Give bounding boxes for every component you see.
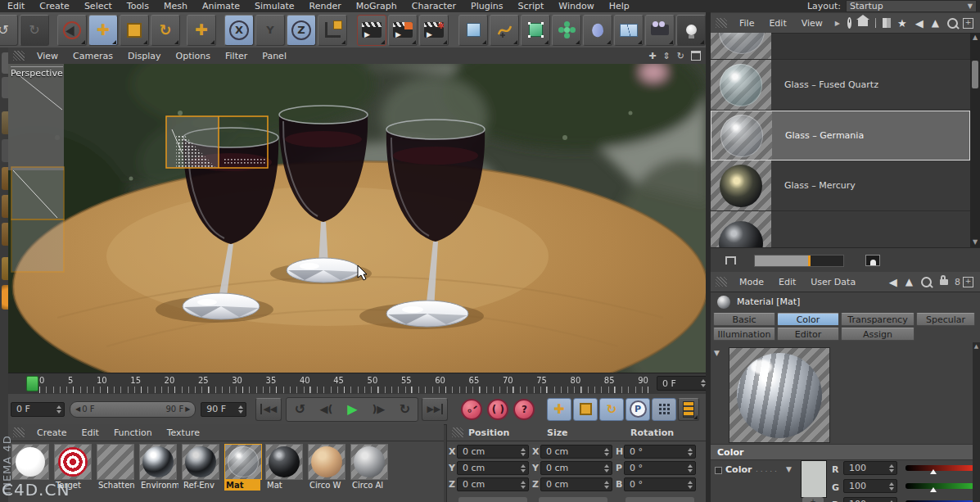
key-position-button[interactable]: ✚: [547, 398, 571, 421]
key-point-level-button[interactable]: [652, 398, 676, 421]
catalog-book-icon[interactable]: [883, 18, 891, 28]
browser-grip[interactable]: [716, 18, 727, 28]
key-rotation-button[interactable]: ↻: [599, 398, 624, 421]
browser-menu-edit[interactable]: Edit: [761, 18, 793, 29]
expand-plus-button[interactable]: +: [802, 497, 824, 502]
go-to-start-button[interactable]: ◀◀: [255, 398, 282, 421]
stepper-icon[interactable]: [238, 405, 243, 414]
viewport-menu-filter[interactable]: Filter: [218, 51, 255, 61]
scroll-down-icon[interactable]: ▼: [970, 237, 980, 247]
menu-window[interactable]: Window: [551, 1, 601, 11]
lock-y-axis-button[interactable]: Y: [255, 15, 285, 46]
color-dropdown-icon[interactable]: ▼: [786, 465, 792, 473]
position-z-field[interactable]: 0 cm: [457, 477, 529, 491]
scroll-up-icon[interactable]: ▲: [973, 342, 980, 350]
viewport-menu-cameras[interactable]: Cameras: [65, 51, 120, 61]
tab-color[interactable]: Color: [777, 313, 839, 326]
viewport-menu-panel[interactable]: Panel: [255, 51, 294, 61]
viewport-rotate-icon[interactable]: ↻: [677, 51, 684, 61]
pick-arrow-icon[interactable]: ▲: [905, 276, 913, 287]
menu-select[interactable]: Select: [77, 1, 120, 11]
attr-menu-mode[interactable]: Mode: [732, 277, 771, 287]
mm-menu-texture[interactable]: Texture: [160, 427, 207, 438]
next-frame-button[interactable]: )▶: [366, 399, 391, 420]
search-icon[interactable]: [921, 277, 932, 287]
frame-range-slider[interactable]: ◀ 0 F 90 F ▶: [70, 401, 196, 418]
browser-scrollbar[interactable]: ▲ ▼: [970, 33, 980, 247]
material-tile[interactable]: Circo Al: [350, 444, 390, 491]
stepper-icon[interactable]: [604, 448, 609, 456]
mm-menu-create[interactable]: Create: [29, 427, 75, 438]
go-to-end-button[interactable]: ▶▶: [422, 398, 448, 421]
paint-bucket-icon[interactable]: [875, 18, 876, 28]
menu-help[interactable]: Help: [602, 1, 637, 11]
home-icon[interactable]: [858, 20, 868, 26]
material-tile-selected[interactable]: Mat: [224, 444, 262, 491]
size-y-field[interactable]: 0 cm: [540, 461, 612, 475]
timeline-ruler[interactable]: 0 5 10 15 20 25 30 35 40 45 50 55 60 65 …: [8, 373, 706, 396]
scale-tool-button[interactable]: [120, 15, 149, 46]
viewport-menu-display[interactable]: Display: [120, 51, 169, 61]
add-icon[interactable]: +: [963, 18, 973, 29]
material-row-partial[interactable]: [711, 211, 970, 247]
attribute-grip[interactable]: [716, 277, 727, 287]
position-x-field[interactable]: 0 cm: [457, 445, 529, 459]
add-deformer-button[interactable]: [583, 15, 612, 46]
rotate-tool-button[interactable]: ↻: [151, 15, 180, 46]
coordinates-grip[interactable]: [452, 427, 463, 437]
menu-animate[interactable]: Animate: [195, 1, 247, 11]
record-keyframe-button[interactable]: ⚬–: [461, 399, 482, 420]
material-row-partial[interactable]: [711, 33, 970, 60]
material-tile[interactable]: Environment: [139, 444, 178, 491]
timeline-frame-field[interactable]: 0 F: [657, 376, 709, 391]
menu-overflow-icon[interactable]: ▶: [835, 20, 840, 27]
menu-edit[interactable]: Edit: [0, 1, 32, 11]
attr-menu-edit[interactable]: Edit: [771, 277, 803, 287]
large-preview-icon[interactable]: [865, 255, 880, 266]
lock-icon[interactable]: [940, 279, 948, 285]
apply-buttons-clipped[interactable]: [539, 497, 607, 502]
add-environment-button[interactable]: [614, 15, 644, 46]
size-z-field[interactable]: 0 cm: [540, 477, 612, 491]
material-row-germania-selected[interactable]: Glass – Germania: [711, 111, 970, 161]
stepper-icon[interactable]: [889, 482, 894, 491]
play-backwards-button[interactable]: ↺: [287, 399, 312, 420]
material-preview-image[interactable]: [729, 347, 830, 443]
redo-button[interactable]: ↻: [20, 15, 49, 46]
add-cloner-button[interactable]: [552, 15, 581, 46]
viewport-menu-view[interactable]: View: [29, 51, 65, 61]
tab-basic[interactable]: Basic: [713, 313, 775, 326]
link-icon[interactable]: 8: [955, 277, 960, 287]
collapse-triangle-icon[interactable]: ▼: [714, 349, 720, 357]
menu-mesh[interactable]: Mesh: [156, 1, 195, 11]
stepper-icon[interactable]: [889, 464, 894, 473]
stepper-icon[interactable]: [521, 464, 526, 473]
menu-create[interactable]: Create: [32, 1, 77, 11]
browser-menu-file[interactable]: File: [732, 18, 761, 29]
stepper-icon[interactable]: [521, 448, 526, 456]
favorites-star-icon[interactable]: ★: [897, 17, 907, 29]
lock-z-axis-button[interactable]: Z: [287, 15, 316, 46]
tab-specular[interactable]: Specular: [916, 313, 975, 326]
material-tile[interactable]: Schatten: [97, 444, 136, 491]
apply-buttons-clipped[interactable]: [458, 497, 527, 502]
viewport-pan-icon[interactable]: ✚: [648, 51, 656, 61]
render-settings-button[interactable]: ✱: [419, 15, 449, 46]
timeline-playhead[interactable]: [26, 376, 38, 391]
color-checkbox[interactable]: [715, 467, 722, 474]
material-row-mercury[interactable]: Glass – Mercury: [711, 161, 970, 211]
play-button[interactable]: ▶: [340, 399, 364, 420]
viewport-zoom-icon[interactable]: ⇕: [663, 51, 671, 61]
viewport[interactable]: Perspective: [8, 64, 706, 373]
material-row-fused-quartz[interactable]: Glass – Fused Quartz: [711, 60, 970, 111]
render-view-button[interactable]: [357, 15, 386, 46]
menu-mograph[interactable]: MoGraph: [349, 1, 404, 11]
tab-assign[interactable]: Assign: [841, 328, 915, 341]
last-tool-button[interactable]: ✚: [187, 15, 216, 46]
attribute-scrollbar[interactable]: ▲: [973, 342, 980, 502]
layout-selector[interactable]: Startup ▼: [846, 0, 977, 12]
menu-plugins[interactable]: Plugins: [463, 1, 510, 11]
history-back-icon[interactable]: ◀: [889, 276, 897, 288]
render-picture-viewer-button[interactable]: [388, 15, 418, 46]
coordinate-system-button[interactable]: [318, 15, 347, 46]
